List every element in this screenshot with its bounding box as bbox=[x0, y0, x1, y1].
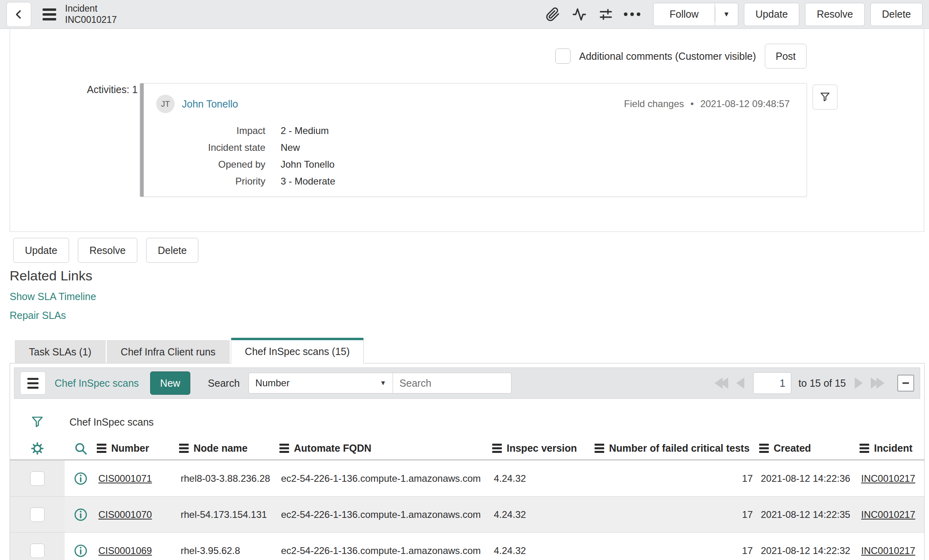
collapse-list-icon[interactable] bbox=[897, 375, 914, 392]
row-checkbox[interactable] bbox=[30, 471, 45, 486]
header-bar: Incident INC0010217 Follow ▼ Update Reso… bbox=[0, 0, 929, 29]
first-page-icon[interactable] bbox=[713, 376, 730, 390]
incident-link[interactable]: INC0010217 bbox=[861, 545, 915, 556]
page-title: Incident INC0010217 bbox=[65, 3, 117, 25]
related-links-heading: Related Links bbox=[10, 268, 96, 284]
failed-critical-tests-cell: 17 bbox=[595, 473, 759, 484]
show-sla-timeline-link[interactable]: Show SLA Timeline bbox=[10, 291, 96, 302]
column-menu-icon bbox=[860, 444, 869, 453]
back-button[interactable] bbox=[6, 2, 31, 27]
personalize-icon[interactable] bbox=[595, 4, 616, 25]
activity-user-link[interactable]: John Tonello bbox=[182, 98, 238, 110]
next-page-icon[interactable] bbox=[853, 376, 864, 390]
scan-number-link[interactable]: CIS0001070 bbox=[98, 509, 152, 520]
column-header-number[interactable]: Number bbox=[97, 442, 179, 454]
update-button[interactable]: Update bbox=[13, 238, 69, 263]
previous-page-icon[interactable] bbox=[735, 376, 746, 390]
chevron-down-icon: ▼ bbox=[723, 10, 730, 18]
record-info-icon[interactable] bbox=[65, 471, 97, 486]
list-menu-icon bbox=[27, 378, 39, 389]
table-row: CIS0001069 rhel-3.95.62.8 ec2-54-226-1-1… bbox=[10, 533, 924, 560]
update-button-header[interactable]: Update bbox=[744, 3, 800, 26]
new-record-button[interactable]: New bbox=[150, 371, 190, 395]
resolve-button-header[interactable]: Resolve bbox=[805, 3, 864, 26]
form-action-buttons: Update Resolve Delete bbox=[13, 238, 198, 263]
resolve-button[interactable]: Resolve bbox=[78, 238, 137, 263]
row-checkbox[interactable] bbox=[30, 544, 45, 558]
pagination-range-label: to 15 of 15 bbox=[799, 377, 846, 389]
post-button[interactable]: Post bbox=[765, 44, 807, 69]
customer-visible-checkbox[interactable] bbox=[555, 49, 570, 64]
column-header-failed-critical-tests[interactable]: Number of failed critical tests bbox=[595, 442, 759, 454]
delete-button[interactable]: Delete bbox=[146, 238, 198, 263]
field-value: 2 - Medium bbox=[281, 125, 329, 136]
context-menu-icon[interactable] bbox=[43, 8, 56, 20]
field-change-row: Opened by John Tonello bbox=[140, 159, 807, 170]
follow-dropdown-button[interactable]: ▼ bbox=[715, 3, 738, 26]
row-checkbox-cell bbox=[10, 461, 65, 496]
activity-card: JT John Tonello Field changes • 2021-08-… bbox=[140, 83, 807, 197]
delete-button-header[interactable]: Delete bbox=[870, 3, 923, 26]
more-options-icon[interactable] bbox=[622, 4, 643, 25]
list-filter-row: Chef InSpec scans bbox=[30, 412, 924, 432]
field-value: 3 - Moderate bbox=[281, 176, 335, 187]
follow-split-button: Follow ▼ bbox=[653, 3, 738, 26]
personalize-columns-gear-icon[interactable] bbox=[10, 441, 65, 456]
activity-card-header: JT John Tonello Field changes • 2021-08-… bbox=[140, 83, 807, 113]
record-number-label: INC0010217 bbox=[65, 14, 117, 25]
additional-comments-label: Additional comments (Customer visible) bbox=[579, 51, 756, 62]
list-breadcrumb-title: Chef InSpec scans bbox=[69, 416, 154, 428]
field-change-row: Priority 3 - Moderate bbox=[140, 176, 807, 187]
column-header-automate-fqdn[interactable]: Automate FQDN bbox=[279, 442, 492, 454]
node-name-cell: rhel-3.95.62.8 bbox=[179, 545, 279, 556]
search-field-select[interactable]: Number ▼ bbox=[249, 373, 393, 394]
last-page-icon[interactable] bbox=[869, 376, 886, 390]
field-change-row: Impact 2 - Medium bbox=[140, 125, 807, 136]
avatar: JT bbox=[156, 95, 175, 113]
tab-chef-infra-client-runs[interactable]: Chef Infra Client runs bbox=[107, 340, 230, 363]
record-info-icon[interactable] bbox=[65, 544, 97, 558]
scan-number-link[interactable]: CIS0001071 bbox=[98, 473, 152, 484]
column-header-incident[interactable]: Incident bbox=[860, 442, 924, 454]
row-checkbox[interactable] bbox=[30, 507, 45, 522]
activity-filter-button[interactable] bbox=[813, 85, 837, 110]
field-label: Incident state bbox=[140, 142, 265, 153]
inspec-version-cell: 4.24.32 bbox=[492, 509, 595, 520]
filter-funnel-icon[interactable] bbox=[30, 415, 45, 429]
list-search-input[interactable] bbox=[393, 373, 511, 394]
column-header-inspec-version[interactable]: Inspec version bbox=[492, 442, 595, 454]
field-value: John Tonello bbox=[281, 159, 334, 170]
tab-task-slas[interactable]: Task SLAs (1) bbox=[15, 340, 106, 363]
activity-type-label: Field changes bbox=[624, 98, 684, 110]
current-page-input[interactable] bbox=[753, 372, 791, 394]
pagination-controls: to 15 of 15 bbox=[713, 372, 914, 394]
field-label: Impact bbox=[140, 125, 265, 136]
activity-stream-icon[interactable] bbox=[569, 4, 590, 25]
column-menu-icon bbox=[595, 444, 604, 453]
incident-link[interactable]: INC0010217 bbox=[861, 473, 915, 484]
activities-count-label: Activities: 1 bbox=[77, 84, 138, 95]
follow-button[interactable]: Follow bbox=[653, 3, 715, 26]
tab-chef-inspec-scans[interactable]: Chef InSpec scans (15) bbox=[231, 338, 364, 363]
column-search-icon[interactable] bbox=[65, 441, 97, 456]
automate-fqdn-cell: ec2-54-226-1-136.compute-1.amazonaws.com bbox=[279, 545, 492, 556]
search-field-selected-value: Number bbox=[255, 377, 289, 389]
incident-link[interactable]: INC0010217 bbox=[861, 509, 915, 520]
repair-slas-link[interactable]: Repair SLAs bbox=[10, 310, 96, 321]
scan-number-link[interactable]: CIS0001069 bbox=[98, 545, 152, 556]
attachment-icon[interactable] bbox=[542, 4, 563, 25]
row-checkbox-cell bbox=[10, 497, 65, 532]
list-title-link[interactable]: Chef InSpec scans bbox=[55, 377, 139, 389]
column-header-created[interactable]: Created bbox=[759, 442, 860, 454]
created-cell: 2021-08-12 14:22:36 bbox=[759, 473, 860, 484]
record-info-icon[interactable] bbox=[65, 507, 97, 522]
record-type-label: Incident bbox=[65, 3, 117, 14]
column-header-node-name[interactable]: Node name bbox=[179, 442, 279, 454]
failed-critical-tests-cell: 17 bbox=[595, 509, 759, 520]
automate-fqdn-cell: ec2-54-226-1-136.compute-1.amazonaws.com bbox=[279, 473, 492, 484]
funnel-icon bbox=[819, 91, 831, 103]
back-chevron-icon bbox=[13, 8, 25, 20]
row-checkbox-cell bbox=[10, 533, 65, 560]
list-menu-button[interactable] bbox=[20, 371, 46, 395]
node-name-cell: rhel8-03-3.88.236.28 bbox=[179, 473, 279, 484]
